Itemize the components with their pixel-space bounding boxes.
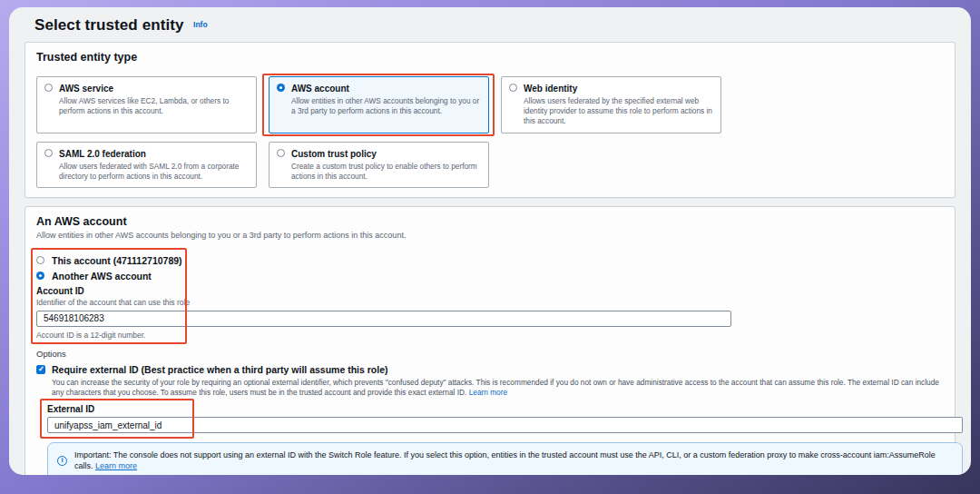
external-id-group: External ID (47, 404, 963, 433)
another-account-label: Another AWS account (52, 271, 152, 282)
tile-description: Allow entities in other AWS accounts bel… (291, 96, 480, 116)
tile-custom-trust-policy[interactable]: Custom trust policy Create a custom trus… (269, 142, 489, 188)
trusted-entity-type-heading: Trusted entity type (36, 51, 944, 64)
checkbox-checked-icon[interactable] (36, 365, 45, 374)
radio-selected-icon[interactable] (277, 84, 285, 92)
console-page: Select trusted entity Info Trusted entit… (9, 7, 971, 475)
this-account-label: This account (471112710789) (52, 255, 182, 266)
tile-description: Allow users federated with SAML 2.0 from… (59, 162, 248, 182)
tile-title: Custom trust policy (291, 148, 480, 160)
tile-title: AWS service (59, 83, 248, 94)
external-id-input[interactable] (47, 417, 963, 433)
info-link[interactable]: Info (193, 20, 208, 29)
page-title: Select trusted entity (34, 16, 184, 34)
page-header: Select trusted entity Info (9, 7, 971, 42)
an-aws-account-card: An AWS account Allow entities in other A… (24, 206, 956, 475)
tile-description: Create a custom trust policy to enable o… (291, 162, 480, 182)
learn-more-link[interactable]: Learn more (469, 388, 507, 397)
radio-icon[interactable] (44, 84, 53, 92)
an-aws-account-description: Allow entities in other AWS accounts bel… (36, 231, 944, 240)
tile-description: Allows users federated by the specified … (524, 96, 712, 127)
external-id-label: External ID (47, 404, 963, 414)
require-external-id-option[interactable]: Require external ID (Best practice when … (36, 364, 944, 375)
account-selection-group: This account (471112710789) Another AWS … (36, 255, 735, 340)
account-id-label: Account ID (36, 286, 735, 296)
important-info-alert: i Important: The console does not suppor… (47, 442, 963, 475)
radio-icon[interactable] (44, 149, 53, 157)
tile-web-identity[interactable]: Web identity Allows users federated by t… (501, 76, 721, 133)
an-aws-account-heading: An AWS account (36, 215, 944, 228)
external-id-help-text: You can increase the security of your ro… (52, 378, 944, 398)
another-account-option[interactable]: Another AWS account (36, 271, 735, 282)
account-id-input[interactable] (36, 311, 731, 327)
radio-icon[interactable] (277, 149, 285, 157)
options-label: Options (36, 349, 944, 359)
tile-title: AWS account (291, 83, 480, 94)
tile-title: Web identity (524, 83, 712, 94)
alert-text: Important: The console does not support … (74, 450, 936, 470)
tile-saml-federation[interactable]: SAML 2.0 federation Allow users federate… (36, 142, 257, 188)
tile-aws-service[interactable]: AWS service Allow AWS services like EC2,… (36, 76, 257, 133)
radio-selected-icon[interactable] (36, 272, 44, 280)
radio-icon[interactable] (509, 84, 517, 92)
radio-icon[interactable] (36, 256, 44, 264)
trusted-entity-type-card: Trusted entity type AWS service Allow AW… (24, 42, 956, 198)
info-icon: i (57, 456, 67, 466)
tile-aws-account[interactable]: AWS account Allow entities in other AWS … (269, 76, 489, 133)
tile-description: Allow AWS services like EC2, Lambda, or … (59, 96, 248, 116)
account-id-constraint: Account ID is a 12-digit number. (36, 331, 735, 340)
trusted-entity-tiles: AWS service Allow AWS services like EC2,… (36, 76, 944, 188)
tile-title: SAML 2.0 federation (59, 148, 248, 160)
this-account-option[interactable]: This account (471112710789) (36, 255, 735, 266)
account-id-description: Identifier of the account that can use t… (36, 298, 735, 307)
alert-learn-more-link[interactable]: Learn more (95, 461, 137, 470)
require-external-id-label: Require external ID (Best practice when … (52, 364, 388, 375)
